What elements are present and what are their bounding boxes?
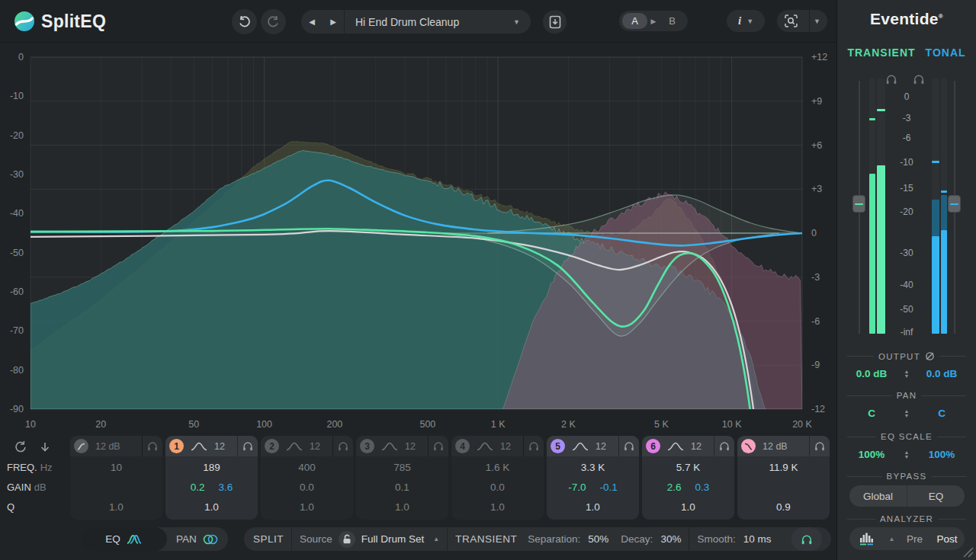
- transient-audition-button[interactable]: [791, 527, 822, 551]
- band-solo-button[interactable]: [428, 436, 448, 456]
- band-badge-b2[interactable]: 2: [265, 439, 279, 453]
- band-solo-button[interactable]: [523, 436, 544, 456]
- band-solo-button[interactable]: [142, 436, 162, 456]
- window-resize-grip[interactable]: [963, 547, 974, 558]
- band-q[interactable]: 1.0: [642, 498, 734, 517]
- analyzer-pre-button[interactable]: Pre: [900, 527, 929, 550]
- preset-dropdown-caret[interactable]: ▼: [513, 18, 531, 26]
- decay-value[interactable]: 30%: [660, 533, 681, 545]
- band-gain[interactable]: 0.0: [451, 478, 544, 498]
- output-stepper[interactable]: ▲▼: [904, 370, 910, 378]
- output-tonal-value[interactable]: 0.0 dB: [917, 368, 966, 379]
- band-freq[interactable]: 400: [261, 458, 353, 478]
- band-freq[interactable]: 785: [356, 458, 448, 478]
- band-solo-button[interactable]: [332, 436, 353, 456]
- band-card-b1[interactable]: 1121890.23.61.0: [165, 436, 258, 520]
- band-slope[interactable]: 12: [214, 441, 225, 452]
- bands-collapse-button[interactable]: [38, 440, 52, 456]
- band-q[interactable]: 0.9: [737, 498, 830, 517]
- analyzer-post-button[interactable]: Post: [929, 527, 965, 550]
- band-card-b2[interactable]: 2124000.01.0: [261, 436, 353, 520]
- band-q[interactable]: 1.0: [70, 498, 162, 517]
- smooth-value[interactable]: 10 ms: [743, 533, 772, 545]
- transient-solo-headphones-icon[interactable]: [885, 74, 897, 88]
- band-q[interactable]: 1.0: [547, 498, 639, 517]
- band-card-b5[interactable]: 5123.3 K-7.0-0.11.0: [547, 436, 639, 520]
- band-gain-transient[interactable]: -7.0: [568, 478, 586, 498]
- analyzer-collapse-button[interactable]: ▲: [884, 527, 900, 550]
- pan-transient-value[interactable]: C: [847, 408, 896, 419]
- band-card-b3[interactable]: 3127850.11.0: [356, 436, 448, 520]
- band-slope[interactable]: 12: [596, 441, 606, 452]
- redo-button[interactable]: [261, 9, 286, 34]
- phase-invert-icon[interactable]: [925, 351, 935, 361]
- band-slope[interactable]: 12: [405, 441, 416, 452]
- preset-next-button[interactable]: ▶: [323, 18, 344, 26]
- band-gain-tonal[interactable]: 0.3: [695, 478, 710, 498]
- band-freq[interactable]: 1.6 K: [451, 458, 544, 478]
- eq-graph-svg[interactable]: 0-10-20-30-40-50-60-70-80-90+12+9+6+30-3…: [0, 0, 836, 436]
- band-slope[interactable]: 12: [691, 441, 702, 452]
- eq-scale-transient-value[interactable]: 100%: [847, 449, 896, 460]
- ab-a-button[interactable]: A: [622, 13, 647, 29]
- preset-selector[interactable]: ◀ ▶ Hi End Drum Cleanup ▼: [301, 10, 531, 34]
- band-freq[interactable]: 5.7 K: [642, 458, 734, 478]
- eq-graph[interactable]: 0-10-20-30-40-50-60-70-80-90+12+9+6+30-3…: [0, 0, 836, 436]
- band-badge-b3[interactable]: 3: [360, 439, 374, 453]
- tab-transient[interactable]: TRANSIENT: [847, 46, 915, 59]
- band-badge-b1[interactable]: 1: [169, 439, 184, 453]
- bypass-eq-button[interactable]: EQ: [907, 485, 965, 507]
- band-solo-button[interactable]: [237, 436, 258, 456]
- output-transient-value[interactable]: 0.0 dB: [847, 368, 896, 379]
- source-lock-button[interactable]: [339, 531, 355, 548]
- band-gain[interactable]: 0.1: [356, 478, 448, 498]
- band-gain[interactable]: 0.0: [261, 478, 353, 498]
- info-button[interactable]: i ▼: [727, 10, 765, 32]
- band-q[interactable]: 1.0: [451, 498, 544, 517]
- tonal-solo-headphones-icon[interactable]: [913, 74, 925, 88]
- undo-button[interactable]: [232, 9, 257, 34]
- band-freq[interactable]: 10: [70, 458, 162, 478]
- band-q[interactable]: 1.0: [165, 498, 258, 517]
- preset-prev-button[interactable]: ◀: [301, 18, 323, 26]
- eq-scale-stepper[interactable]: ▲▼: [904, 450, 910, 459]
- band-solo-button[interactable]: [618, 436, 639, 456]
- tonal-level-fader[interactable]: [948, 195, 961, 213]
- source-collapse-icon[interactable]: ▲: [433, 536, 439, 542]
- band-slope[interactable]: 12: [500, 441, 511, 452]
- tab-tonal[interactable]: TONAL: [926, 46, 966, 59]
- band-q[interactable]: 1.0: [261, 498, 353, 517]
- band-q[interactable]: 1.0: [356, 498, 448, 517]
- band-solo-button[interactable]: [714, 436, 734, 456]
- band-card-b4[interactable]: 4121.6 K0.01.0: [451, 436, 544, 520]
- band-gain-transient[interactable]: 2.6: [667, 478, 682, 498]
- band-gain-tonal[interactable]: -0.1: [600, 478, 618, 498]
- save-preset-button[interactable]: [543, 10, 567, 34]
- bypass-global-button[interactable]: Global: [849, 485, 907, 507]
- pan-tonal-value[interactable]: C: [917, 408, 966, 419]
- band-card-lp[interactable]: 12 dB11.9 K0.9: [737, 436, 830, 520]
- band-card-hp[interactable]: 12 dB101.0: [70, 436, 162, 520]
- band-gain-tonal[interactable]: 3.6: [219, 478, 233, 498]
- eq-scale-tonal-value[interactable]: 100%: [917, 449, 966, 460]
- size-caret-icon[interactable]: ▼: [814, 18, 820, 25]
- bands-reset-button[interactable]: [14, 440, 27, 456]
- band-slope[interactable]: 12: [310, 441, 320, 452]
- transient-level-fader[interactable]: [852, 195, 865, 213]
- band-badge-lp[interactable]: [741, 439, 756, 453]
- band-gain-transient[interactable]: 0.2: [191, 478, 205, 498]
- ab-copy-button[interactable]: ▶: [651, 18, 657, 25]
- pan-stepper[interactable]: ▲▼: [904, 409, 910, 418]
- band-freq[interactable]: 11.9 K: [737, 458, 830, 478]
- analyzer-toggle-button[interactable]: [849, 527, 884, 550]
- band-slope[interactable]: 12 dB: [762, 441, 788, 452]
- band-freq[interactable]: 3.3 K: [547, 458, 639, 478]
- band-badge-b5[interactable]: 5: [551, 439, 565, 453]
- band-freq[interactable]: 189: [165, 458, 258, 478]
- window-size-button[interactable]: ▼: [777, 10, 827, 32]
- band-badge-b6[interactable]: 6: [646, 439, 660, 453]
- band-card-b6[interactable]: 6125.7 K2.60.31.0: [642, 436, 734, 520]
- band-badge-hp[interactable]: [74, 439, 88, 453]
- ab-b-button[interactable]: B: [660, 15, 685, 27]
- source-value[interactable]: Full Drum Set: [361, 533, 425, 545]
